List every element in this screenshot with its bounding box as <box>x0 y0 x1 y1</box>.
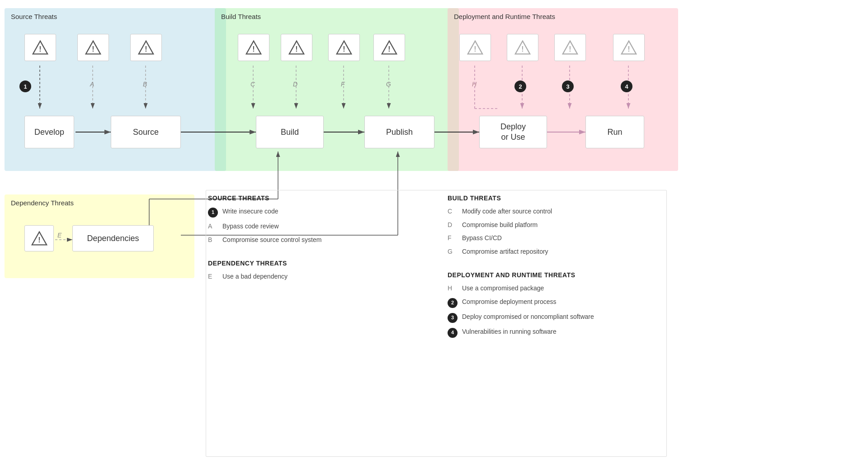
badge-1: 1 <box>19 81 31 92</box>
threat-box-2: ! <box>507 34 538 61</box>
svg-text:!: ! <box>388 45 390 53</box>
svg-text:!: ! <box>569 45 571 53</box>
legend-text-a: Bypass code review <box>222 222 279 231</box>
legend-letter-f: F <box>448 234 458 243</box>
threat-box-c: ! <box>238 34 269 61</box>
warning-icon-dep: ! <box>31 230 47 246</box>
warning-icon-g: ! <box>381 39 397 56</box>
badge-3: 3 <box>562 81 574 92</box>
warning-icon-f: ! <box>336 39 352 56</box>
threat-box-3: ! <box>554 34 586 61</box>
legend-item-d: D Compromise build platform <box>448 221 660 230</box>
legend-item-rt3: 3 Deploy compromised or noncompliant sof… <box>448 313 660 323</box>
svg-text:!: ! <box>145 45 147 53</box>
legend-item-e: E Use a bad dependency <box>208 272 420 281</box>
label-e-dep: E <box>57 232 61 239</box>
legend-letter-b: B <box>208 236 218 245</box>
label-h: H <box>472 81 476 88</box>
svg-text:!: ! <box>39 45 41 53</box>
legend-item-c: C Modify code after source control <box>448 207 660 216</box>
warning-icon-c: ! <box>245 39 262 56</box>
legend-item-h: H Use a compromised package <box>448 284 660 293</box>
legend-letter-c: C <box>448 207 458 216</box>
threat-box-1: ! <box>24 34 56 61</box>
legend-badge-rt3: 3 <box>448 313 458 323</box>
legend-text-rt4: Vulnerabilities in running software <box>462 327 557 336</box>
legend-letter-g: G <box>448 247 458 256</box>
legend-item-1: 1 Write insecure code <box>208 207 420 218</box>
runtime-zone-label: Deployment and Runtime Threats <box>454 13 555 20</box>
develop-node: Develop <box>24 116 74 148</box>
legend-text-1: Write insecure code <box>222 207 278 216</box>
legend-letter-a: A <box>208 222 218 231</box>
diagram-area: Source Threats Build Threats Deployment … <box>0 0 868 469</box>
label-g: G <box>386 81 391 88</box>
warning-icon-2: ! <box>514 39 531 56</box>
dependency-threat-box: ! <box>24 225 54 251</box>
threat-box-f: ! <box>328 34 360 61</box>
legend-col-right: BUILD THREATS C Modify code after source… <box>448 194 660 342</box>
warning-icon-3: ! <box>562 39 578 56</box>
legend-text-e: Use a bad dependency <box>222 272 288 281</box>
run-node: Run <box>585 116 644 148</box>
legend-letter-e: E <box>208 272 218 281</box>
legend-badge-rt4: 4 <box>448 328 458 338</box>
legend-item-g: G Compromise artifact repository <box>448 247 660 256</box>
label-c: C <box>250 81 255 88</box>
legend-text-g: Compromise artifact repository <box>462 247 548 256</box>
svg-text:!: ! <box>474 45 476 53</box>
legend-letter-d: D <box>448 221 458 230</box>
legend-text-d: Compromise build platform <box>462 221 538 230</box>
dependency-threats-title: DEPENDENCY THREATS <box>208 260 420 267</box>
build-node: Build <box>256 116 324 148</box>
legend-area: SOURCE THREATS 1 Write insecure code A B… <box>208 194 660 342</box>
legend-text-c: Modify code after source control <box>462 207 552 216</box>
legend-columns: SOURCE THREATS 1 Write insecure code A B… <box>208 194 660 342</box>
legend-text-rt3: Deploy compromised or noncompliant softw… <box>462 313 594 322</box>
runtime-threats-title: DEPLOYMENT AND RUNTIME THREATS <box>448 271 660 279</box>
warning-icon-d: ! <box>288 39 305 56</box>
publish-node: Publish <box>364 116 434 148</box>
threat-box-g: ! <box>373 34 405 61</box>
legend-item-rt2: 2 Compromise deployment process <box>448 298 660 308</box>
build-threats-title: BUILD THREATS <box>448 194 660 202</box>
threat-box-h: ! <box>459 34 491 61</box>
label-b: B <box>143 81 147 88</box>
threat-box-b: ! <box>130 34 162 61</box>
warning-icon-b: ! <box>138 39 154 56</box>
dependencies-node: Dependencies <box>72 225 154 251</box>
dependency-zone-label: Dependency Threats <box>11 199 74 207</box>
warning-icon-a: ! <box>85 39 101 56</box>
deploy-node: Deploy or Use <box>479 116 547 148</box>
threat-box-4: ! <box>613 34 645 61</box>
legend-letter-h: H <box>448 284 458 293</box>
warning-icon-1: ! <box>32 39 48 56</box>
svg-text:!: ! <box>295 45 297 53</box>
warning-icon-h: ! <box>467 39 483 56</box>
legend-badge-rt2: 2 <box>448 298 458 308</box>
build-zone-label: Build Threats <box>221 13 261 20</box>
source-node: Source <box>111 116 181 148</box>
legend-col-left: SOURCE THREATS 1 Write insecure code A B… <box>208 194 420 342</box>
legend-text-rt2: Compromise deployment process <box>462 298 557 307</box>
label-f: F <box>341 81 345 88</box>
warning-icon-4: ! <box>621 39 637 56</box>
legend-text-h: Use a compromised package <box>462 284 544 293</box>
legend-item-b: B Compromise source control system <box>208 236 420 245</box>
label-a: A <box>90 81 94 88</box>
svg-text:!: ! <box>343 45 345 53</box>
source-threats-title: SOURCE THREATS <box>208 194 420 202</box>
svg-text:!: ! <box>92 45 94 53</box>
legend-text-f: Bypass CI/CD <box>462 234 502 243</box>
legend-item-a: A Bypass code review <box>208 222 420 231</box>
source-zone-label: Source Threats <box>11 13 57 20</box>
svg-text:!: ! <box>521 45 524 53</box>
svg-text:!: ! <box>252 45 255 53</box>
badge-4: 4 <box>621 81 632 92</box>
legend-text-b: Compromise source control system <box>222 236 321 245</box>
svg-text:!: ! <box>627 45 630 53</box>
label-d: D <box>293 81 297 88</box>
badge-2: 2 <box>514 81 526 92</box>
threat-box-a: ! <box>77 34 109 61</box>
legend-badge-1: 1 <box>208 208 218 218</box>
